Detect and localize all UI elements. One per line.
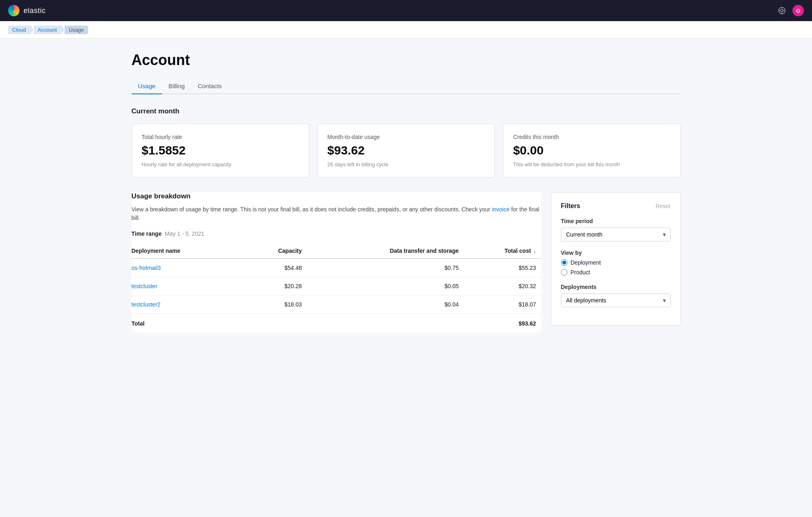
breadcrumb-sep-1 — [30, 25, 34, 34]
tab-contacts[interactable]: Contacts — [191, 78, 228, 94]
time-range-value: May 1 - 5, 2021 — [165, 230, 204, 237]
time-period-select-wrapper: Current month Last month Last 3 months C… — [561, 228, 671, 241]
top-navigation: elastic O — [0, 0, 812, 21]
row-3-data-transfer: $0.04 — [307, 295, 463, 314]
elastic-logo — [8, 5, 19, 16]
svg-point-1 — [781, 9, 783, 12]
account-tabs: Usage Billing Contacts — [132, 78, 681, 94]
deployments-select-wrapper: All deployments os-hotmail3 testcluster … — [561, 293, 671, 307]
mtd-sub: 26 days left in billing cycle — [327, 161, 485, 167]
row-3-capacity: $18.03 — [246, 295, 307, 314]
col-deployment-name: Deployment name — [132, 243, 246, 258]
deployments-label: Deployments — [561, 284, 671, 290]
hourly-rate-value: $1.5852 — [142, 143, 299, 157]
breakdown-desc-before: View a breakdown of usage by time range.… — [132, 206, 492, 213]
filter-header: Filters Reset — [561, 202, 671, 210]
metric-card-mtd: Month-to-date usage $93.62 26 days left … — [317, 124, 495, 178]
breadcrumb-usage: Usage — [65, 26, 88, 34]
metric-cards: Total hourly rate $1.5852 Hourly rate fo… — [132, 124, 681, 178]
breadcrumb-sep-2 — [61, 25, 65, 34]
radio-deployment-input[interactable] — [561, 259, 567, 266]
breadcrumb-account[interactable]: Account — [34, 26, 61, 34]
mtd-value: $93.62 — [327, 143, 485, 157]
credits-value: $0.00 — [513, 143, 670, 157]
row-1-name: os-hotmail3 — [132, 258, 246, 277]
metric-card-credits: Credits this month $0.00 This will be de… — [503, 124, 680, 178]
usage-table: Deployment name Capacity Data transfer a… — [132, 243, 541, 332]
filter-time-period: Time period Current month Last month Las… — [561, 218, 671, 241]
mtd-label: Month-to-date usage — [327, 134, 485, 140]
time-range-label: Time range — [132, 230, 162, 237]
row-2-data-transfer: $0.05 — [307, 277, 463, 295]
time-period-label: Time period — [561, 218, 671, 224]
filter-deployments: Deployments All deployments os-hotmail3 … — [561, 284, 671, 307]
deployment-link-1[interactable]: os-hotmail3 — [132, 265, 161, 271]
total-capacity — [246, 314, 307, 333]
total-row: Total $93.62 — [132, 314, 541, 333]
row-2-name: testcluster — [132, 277, 246, 295]
time-range-row: Time range May 1 - 5, 2021 — [132, 230, 541, 237]
table-row: os-hotmail3 $54.48 $0.75 $55.23 — [132, 258, 541, 277]
usage-breakdown-section: Usage breakdown View a breakdown of usag… — [132, 192, 681, 332]
radio-product-label: Product — [571, 269, 590, 276]
row-1-total-cost: $55.23 — [463, 258, 541, 277]
col-capacity: Capacity — [246, 243, 307, 258]
current-month-section: Current month Total hourly rate $1.5852 … — [132, 107, 681, 178]
deployments-select[interactable]: All deployments os-hotmail3 testcluster … — [561, 293, 671, 307]
row-2-capacity: $20.28 — [246, 277, 307, 295]
radio-product-input[interactable] — [561, 269, 567, 276]
hourly-rate-label: Total hourly rate — [142, 134, 299, 140]
total-label: Total — [132, 314, 246, 333]
total-data-transfer — [307, 314, 463, 333]
deployment-link-3[interactable]: testcluster2 — [132, 301, 161, 308]
filter-view-by: View by Deployment Product — [561, 250, 671, 276]
row-1-data-transfer: $0.75 — [307, 258, 463, 277]
invoice-link[interactable]: invoice — [492, 206, 510, 213]
radio-product[interactable]: Product — [561, 269, 671, 276]
radio-deployment-label: Deployment — [571, 259, 601, 266]
table-row: testcluster $20.28 $0.05 $20.32 — [132, 277, 541, 295]
tab-billing[interactable]: Billing — [162, 78, 191, 94]
filter-panel: Filters Reset Time period Current month … — [551, 192, 681, 326]
view-by-label: View by — [561, 250, 671, 256]
hourly-rate-sub: Hourly rate for all deployment capacity — [142, 161, 299, 167]
nav-left: elastic — [8, 5, 46, 16]
breakdown-main: Usage breakdown View a breakdown of usag… — [132, 192, 541, 332]
metric-card-hourly: Total hourly rate $1.5852 Hourly rate fo… — [132, 124, 309, 178]
row-1-capacity: $54.48 — [246, 258, 307, 277]
deployment-link-2[interactable]: testcluster — [132, 283, 158, 289]
reset-button[interactable]: Reset — [656, 203, 671, 209]
view-by-radio-group: Deployment Product — [561, 259, 671, 276]
radio-deployment[interactable]: Deployment — [561, 259, 671, 266]
breadcrumb: Cloud Account Usage — [0, 21, 812, 39]
page-title: Account — [132, 52, 681, 69]
user-avatar[interactable]: O — [793, 5, 804, 16]
main-content: Account Usage Billing Contacts Current m… — [122, 39, 691, 345]
settings-icon[interactable] — [776, 5, 788, 16]
credits-sub: This will be deducted from your bill thi… — [513, 161, 670, 167]
filters-title: Filters — [561, 202, 580, 210]
col-total-cost[interactable]: Total cost ↓ — [463, 243, 541, 258]
breadcrumb-cloud[interactable]: Cloud — [8, 26, 30, 34]
row-3-total-cost: $18.07 — [463, 295, 541, 314]
tab-usage[interactable]: Usage — [132, 78, 162, 94]
credits-label: Credits this month — [513, 134, 670, 140]
time-period-select[interactable]: Current month Last month Last 3 months C… — [561, 228, 671, 241]
total-cost: $93.62 — [463, 314, 541, 333]
table-header-row: Deployment name Capacity Data transfer a… — [132, 243, 541, 258]
current-month-title: Current month — [132, 107, 681, 115]
row-2-total-cost: $20.32 — [463, 277, 541, 295]
row-3-name: testcluster2 — [132, 295, 246, 314]
nav-right: O — [776, 5, 804, 16]
breakdown-title: Usage breakdown — [132, 192, 541, 200]
table-row: testcluster2 $18.03 $0.04 $18.07 — [132, 295, 541, 314]
breakdown-description: View a breakdown of usage by time range.… — [132, 205, 541, 222]
col-data-transfer: Data transfer and storage — [307, 243, 463, 258]
sort-icon: ↓ — [534, 249, 536, 254]
app-name: elastic — [24, 7, 46, 15]
